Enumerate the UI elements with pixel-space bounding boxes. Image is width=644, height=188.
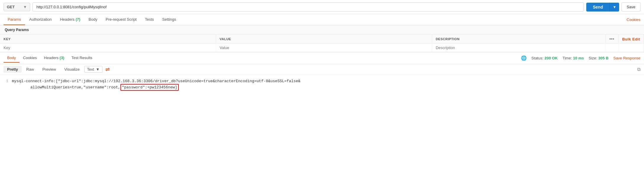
size-label: Size: 305 B (589, 56, 608, 60)
save-response-link[interactable]: Save Response (613, 56, 640, 60)
description-input[interactable] (436, 46, 602, 50)
method-selector[interactable]: GET ▼ (4, 3, 30, 11)
text-format-label: Text (87, 67, 94, 72)
line-content: mysql-connect-info:["jdbc-url":jdbc:mysq… (12, 78, 644, 91)
chevron-down-icon: ▼ (96, 67, 100, 72)
col-header-actions: ••• (606, 35, 618, 44)
size-value: 305 B (598, 56, 609, 60)
text-format-dropdown[interactable]: Text ▼ (84, 66, 102, 73)
resp-tab-cookies[interactable]: Cookies (20, 54, 41, 63)
copy-icon[interactable]: ⧉ (637, 67, 640, 72)
col-header-key: KEY (0, 35, 216, 44)
status-value: 200 OK (545, 56, 558, 60)
pretty-button[interactable]: Pretty (4, 66, 22, 73)
tab-params[interactable]: Params (4, 14, 25, 25)
visualize-button[interactable]: Visualize (61, 66, 83, 73)
status-label: Status: 200 OK (532, 56, 558, 60)
params-table: KEY VALUE DESCRIPTION ••• Bulk Edit (0, 35, 644, 52)
key-input[interactable] (4, 46, 212, 50)
query-params-title: Query Params (0, 25, 644, 35)
time-label: Time: 10 ms (562, 56, 584, 60)
tab-authorization[interactable]: Authorization (25, 14, 56, 25)
resp-tab-test-results[interactable]: Test Results (68, 54, 96, 63)
time-value: 10 ms (573, 56, 584, 60)
tab-body[interactable]: Body (84, 14, 102, 25)
response-status: 🌐 Status: 200 OK Time: 10 ms Size: 305 B… (521, 55, 640, 61)
cookies-link[interactable]: Cookies (627, 17, 640, 22)
resp-tab-body[interactable]: Body (4, 54, 20, 63)
preview-button[interactable]: Preview (39, 66, 59, 73)
save-button[interactable]: Save (622, 2, 640, 12)
table-row (0, 44, 644, 52)
top-bar: GET ▼ Send ▼ Save (0, 0, 644, 14)
value-input[interactable] (220, 46, 428, 50)
tab-headers[interactable]: Headers (7) (56, 14, 85, 25)
url-input[interactable] (33, 2, 584, 12)
bulk-edit-link[interactable]: Bulk Edit (622, 37, 640, 41)
tab-prerequest[interactable]: Pre-request Script (102, 14, 141, 25)
chevron-down-icon: ▼ (23, 5, 27, 9)
line-number: 1 (2, 78, 12, 84)
response-tabs: Body Cookies Headers (3) Test Results 🌐 … (0, 52, 644, 64)
request-tabs: Params Authorization Headers (7) Body Pr… (0, 14, 644, 25)
raw-button[interactable]: Raw (23, 66, 38, 73)
wrap-icon[interactable]: ⇌ (104, 66, 112, 73)
format-bar: Pretty Raw Preview Visualize Text ▼ ⇌ ⧉ (0, 64, 644, 75)
password-highlight: "password":+pw123456new] (120, 84, 179, 91)
code-area: 1 mysql-connect-info:["jdbc-url":jdbc:my… (0, 75, 644, 94)
more-options-button[interactable]: ••• (609, 36, 614, 42)
code-line-1: 1 mysql-connect-info:["jdbc-url":jdbc:my… (0, 78, 644, 91)
resp-tab-headers[interactable]: Headers (3) (41, 54, 68, 63)
globe-icon: 🌐 (521, 55, 527, 61)
send-button-group: Send ▼ (586, 3, 619, 12)
tab-settings[interactable]: Settings (158, 14, 180, 25)
method-label: GET (7, 5, 15, 9)
tab-tests[interactable]: Tests (141, 14, 158, 25)
send-button[interactable]: Send (586, 3, 609, 12)
send-dropdown-button[interactable]: ▼ (609, 3, 619, 12)
col-header-desc: DESCRIPTION (432, 35, 606, 44)
col-header-value: VALUE (216, 35, 432, 44)
bulk-edit-cell: Bulk Edit (619, 35, 644, 44)
